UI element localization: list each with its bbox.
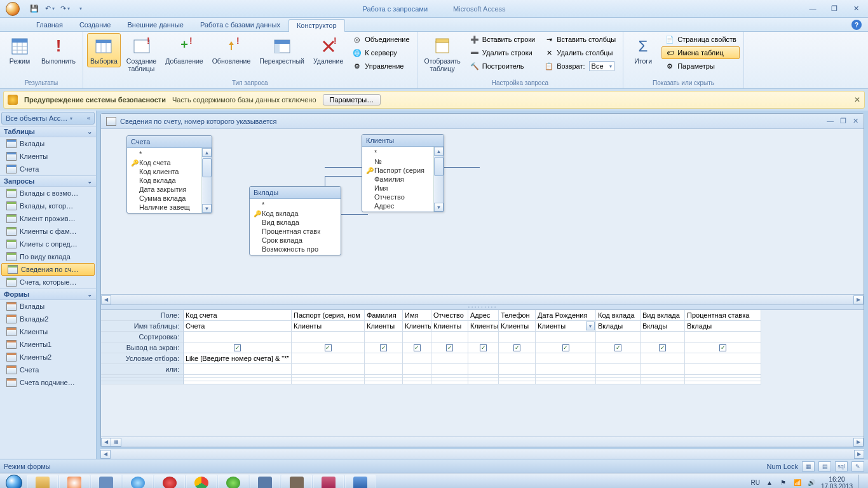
dropdown-icon[interactable]: ▾: [586, 322, 595, 330]
grid-cell[interactable]: [403, 364, 431, 375]
nav-group-queries[interactable]: Запросы⌃: [0, 175, 96, 187]
grid-cell[interactable]: Вклады: [596, 321, 641, 332]
union-button[interactable]: ◎Объединение: [349, 33, 412, 46]
ddl-button[interactable]: ⚙Управление: [349, 60, 412, 72]
grid-cell[interactable]: [641, 353, 685, 364]
field-row[interactable]: Срок вклада: [250, 236, 341, 245]
tab-external[interactable]: Внешние данные: [119, 18, 192, 31]
nav-item[interactable]: Клиент прожив…: [0, 212, 96, 225]
canvas-hscroll[interactable]: ◀▶: [101, 294, 864, 304]
grid-cell[interactable]: [596, 364, 641, 375]
insert-cols-button[interactable]: ⇥Вставить столбцы: [541, 33, 619, 46]
task-chrome[interactable]: [186, 475, 217, 489]
checkbox[interactable]: ✓: [380, 344, 387, 351]
delete-query-button[interactable]: ! Удаление: [310, 33, 346, 67]
field-row[interactable]: №: [362, 157, 433, 166]
field-row[interactable]: Вид вклада: [250, 218, 341, 227]
grid-cell[interactable]: ✓: [641, 342, 685, 353]
grid-cell[interactable]: Клиенты: [365, 321, 403, 332]
return-control[interactable]: 📋Возврат:Все▾: [541, 60, 619, 72]
close-button[interactable]: ✕: [848, 4, 864, 14]
field-row[interactable]: Код вклада: [127, 176, 201, 185]
checkbox[interactable]: ✓: [719, 344, 726, 351]
grid-cell[interactable]: [431, 364, 468, 375]
grid-cell[interactable]: [403, 381, 431, 384]
view-other[interactable]: ✎: [851, 461, 864, 471]
office-button[interactable]: [0, 0, 25, 18]
tablenames-button[interactable]: 🏷Имена таблиц: [661, 46, 740, 59]
checkbox[interactable]: ✓: [513, 344, 520, 351]
checkbox[interactable]: ✓: [325, 344, 332, 351]
task-vbox[interactable]: [250, 475, 280, 489]
field-row[interactable]: 🔑Код вклада: [250, 209, 341, 218]
propsheet-button[interactable]: 📄Страница свойств: [661, 33, 740, 46]
grid-cell[interactable]: Имя: [403, 310, 431, 321]
grid-hscroll[interactable]: ◀▦▶: [101, 437, 864, 447]
tray-volume-icon[interactable]: 🔊: [807, 478, 816, 487]
splitter[interactable]: • • • • • • • • •: [101, 304, 864, 309]
nav-item[interactable]: По виду вклада: [0, 250, 96, 263]
append-query-button[interactable]: +! Добавление: [162, 33, 207, 67]
crosstab-query-button[interactable]: Перекрестный: [256, 33, 308, 67]
grid-cell[interactable]: [292, 364, 365, 375]
grid-cell[interactable]: [365, 332, 403, 342]
update-query-button[interactable]: ! Обновление: [209, 33, 254, 67]
showtable-button[interactable]: Отобразить таблицу: [421, 33, 464, 74]
qa-more-icon[interactable]: ▾: [74, 3, 86, 15]
grid-cell[interactable]: Счета: [184, 321, 292, 332]
nav-header[interactable]: Все объекты Acc…▾«: [1, 112, 95, 125]
task-app2[interactable]: [281, 475, 312, 489]
tables-canvas[interactable]: Счета *🔑Код счетаКод клиентаКод вкладаДа…: [101, 129, 864, 294]
security-options-button[interactable]: Параметры…: [323, 94, 381, 105]
grid-cell[interactable]: ✓: [403, 342, 431, 353]
tab-create[interactable]: Создание: [71, 18, 119, 31]
nav-item[interactable]: Счета: [0, 363, 96, 376]
grid-cell[interactable]: Клиенты: [292, 321, 365, 332]
field-row[interactable]: Фамилия: [362, 175, 433, 184]
field-row[interactable]: 🔑Паспорт (серия: [362, 166, 433, 175]
checkbox[interactable]: ✓: [234, 344, 241, 351]
task-wmp[interactable]: [59, 475, 90, 489]
nav-group-tables[interactable]: Таблицы⌃: [0, 126, 96, 137]
nav-item[interactable]: Счета: [0, 163, 96, 175]
grid-cell[interactable]: [536, 353, 596, 364]
restore-button[interactable]: ❐: [826, 4, 843, 14]
tab-home[interactable]: Главная: [28, 18, 71, 31]
grid-cell[interactable]: Адрес: [468, 310, 499, 321]
grid-cell[interactable]: [468, 332, 499, 342]
grid-cell[interactable]: [499, 381, 536, 384]
grid-cell[interactable]: Клиенты: [468, 321, 499, 332]
field-row[interactable]: Процентная ставк: [250, 227, 341, 236]
grid-cell[interactable]: [431, 353, 468, 364]
builder-button[interactable]: 🔨Построитель: [466, 60, 538, 72]
task-people[interactable]: [91, 475, 121, 489]
outer-hscroll[interactable]: ◀▶: [100, 449, 864, 459]
grid-cell[interactable]: [292, 332, 365, 342]
scrollbar[interactable]: ▲▼: [433, 147, 444, 212]
grid-cell[interactable]: [468, 364, 499, 375]
passthrough-button[interactable]: 🌐К серверу: [349, 46, 412, 59]
grid-cell[interactable]: ✓: [184, 342, 292, 353]
checkbox[interactable]: ✓: [480, 344, 487, 351]
grid-cell[interactable]: ✓: [499, 342, 536, 353]
tab-design[interactable]: Конструктор: [288, 19, 345, 32]
grid-cell[interactable]: Клиенты: [403, 321, 431, 332]
tray-flag-icon[interactable]: ⚑: [779, 478, 788, 487]
nav-item[interactable]: Клиенты: [0, 325, 96, 338]
grid-cell[interactable]: [403, 332, 431, 342]
delete-cols-button[interactable]: ✕Удалить столбцы: [541, 46, 619, 59]
tray-lang[interactable]: RU: [750, 479, 759, 486]
nav-item[interactable]: Клиенты: [0, 150, 96, 163]
grid-cell[interactable]: [685, 332, 761, 342]
field-row[interactable]: Сумма вклада: [127, 194, 201, 203]
grid-cell[interactable]: [536, 332, 596, 342]
grid-cell[interactable]: [184, 364, 292, 375]
nav-item[interactable]: Сведения по сч…: [1, 263, 95, 276]
grid-cell[interactable]: ✓: [685, 342, 761, 353]
nav-group-forms[interactable]: Формы⌃: [0, 288, 96, 300]
field-row[interactable]: Отчество: [362, 193, 433, 201]
field-row[interactable]: *: [127, 149, 201, 158]
nav-item[interactable]: Счета, которые…: [0, 276, 96, 288]
show-desktop-button[interactable]: [858, 475, 863, 489]
field-row[interactable]: Наличие завещ: [127, 203, 201, 212]
